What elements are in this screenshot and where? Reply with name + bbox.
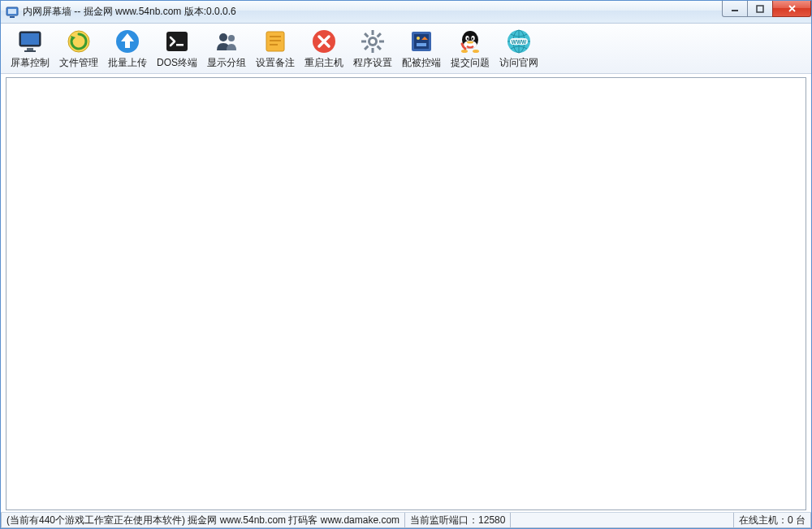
qq-icon (457, 28, 483, 54)
set-note-button[interactable]: 设置备注 (251, 27, 300, 72)
svg-text:WWW: WWW (512, 39, 527, 45)
submit-issue-button[interactable]: 提交问题 (446, 27, 495, 72)
svg-point-32 (370, 39, 375, 44)
status-hosts: 在线主机：0 台 (734, 513, 811, 528)
toolbar-label: 显示分组 (207, 56, 246, 70)
minimize-icon (731, 5, 739, 13)
svg-point-46 (473, 50, 479, 53)
svg-rect-7 (27, 48, 33, 50)
restart-host-button[interactable]: 重启主机 (300, 27, 348, 72)
svg-point-42 (467, 37, 469, 40)
toolbar: 屏幕控制 文件管理 批量上传 DOS终端 显示分组 设置备注 重启主机 (1, 24, 811, 74)
toolbar-label: DOS终端 (157, 56, 197, 70)
svg-point-17 (228, 35, 235, 41)
close-button[interactable] (772, 1, 811, 17)
program-settings-button[interactable]: 程序设置 (348, 27, 397, 72)
svg-rect-8 (24, 50, 36, 52)
upload-icon (114, 28, 140, 54)
visit-website-button[interactable]: WWW 访问官网 (495, 27, 543, 72)
toolbar-label: 批量上传 (108, 56, 147, 70)
maximize-icon (756, 5, 764, 13)
close-icon (788, 4, 797, 13)
content-area (6, 77, 806, 510)
toolbar-label: 重启主机 (304, 56, 343, 70)
note-icon (262, 28, 288, 54)
svg-rect-29 (364, 46, 369, 50)
window-title: 内网屏幕墙 -- 掘金网 www.54nb.com 版本:0.0.0.6 (23, 5, 236, 19)
svg-rect-31 (377, 46, 382, 50)
toolbar-label: 配被控端 (402, 56, 441, 70)
screen-control-button[interactable]: 屏幕控制 (6, 27, 54, 72)
status-port: 当前监听端口：12580 (405, 513, 511, 528)
status-spacer (511, 513, 734, 528)
svg-point-43 (472, 37, 473, 40)
terminal-icon (164, 28, 190, 54)
svg-point-45 (461, 50, 468, 53)
svg-rect-24 (372, 30, 374, 35)
svg-rect-3 (732, 10, 738, 11)
toolbar-label: 屏幕控制 (11, 56, 50, 70)
toolbar-label: 访问官网 (499, 56, 538, 70)
package-icon (408, 28, 434, 54)
statusbar: (当前有440个游戏工作室正在使用本软件) 掘金网 www.54nb.com 打… (1, 512, 811, 528)
dos-terminal-button[interactable]: DOS终端 (152, 27, 202, 72)
toolbar-label: 提交问题 (451, 56, 490, 70)
svg-rect-6 (21, 33, 39, 45)
svg-rect-15 (176, 44, 184, 46)
svg-rect-2 (10, 16, 15, 18)
gear-icon (360, 28, 386, 54)
status-info: (当前有440个游戏工作室正在使用本软件) 掘金网 www.54nb.com 打… (1, 513, 405, 528)
svg-rect-14 (166, 32, 188, 51)
svg-rect-25 (372, 48, 374, 53)
svg-rect-18 (266, 32, 284, 51)
svg-rect-4 (757, 6, 763, 12)
svg-rect-1 (8, 9, 16, 14)
app-icon (6, 6, 19, 19)
svg-point-16 (219, 33, 227, 41)
svg-rect-28 (377, 33, 382, 37)
toolbar-label: 设置备注 (256, 56, 295, 70)
file-manage-button[interactable]: 文件管理 (54, 27, 103, 72)
svg-rect-26 (361, 41, 366, 43)
svg-point-35 (417, 37, 420, 40)
maximize-button[interactable] (747, 1, 773, 17)
refresh-icon (66, 28, 92, 54)
error-icon (311, 28, 337, 54)
minimize-button[interactable] (722, 1, 748, 17)
svg-rect-30 (364, 33, 369, 37)
config-client-button[interactable]: 配被控端 (397, 27, 446, 72)
toolbar-label: 程序设置 (353, 56, 392, 70)
svg-rect-36 (417, 43, 426, 46)
svg-rect-27 (379, 41, 384, 43)
show-group-button[interactable]: 显示分组 (202, 27, 251, 72)
monitor-icon (17, 28, 43, 54)
toolbar-label: 文件管理 (59, 56, 98, 70)
www-icon: WWW (506, 28, 532, 54)
svg-point-44 (467, 41, 473, 44)
titlebar: 内网屏幕墙 -- 掘金网 www.54nb.com 版本:0.0.0.6 (1, 1, 811, 24)
svg-rect-34 (414, 34, 429, 49)
window-controls (723, 1, 811, 17)
batch-upload-button[interactable]: 批量上传 (103, 27, 152, 72)
users-icon (214, 28, 240, 54)
